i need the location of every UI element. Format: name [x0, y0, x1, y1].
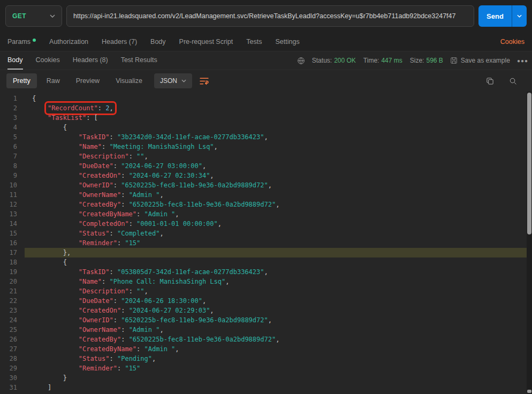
url-text: https://api-in21.leadsquared.com/v2/Lead… — [73, 12, 456, 20]
code-text: "TaskList": [ — [25, 113, 532, 123]
request-tab-params[interactable]: Params — [7, 38, 36, 46]
size-label: Size: — [410, 57, 424, 64]
search-icon[interactable] — [509, 77, 517, 85]
response-section: BodyCookiesHeaders (8)Test Results Statu… — [0, 51, 532, 394]
request-tab-headers-7[interactable]: Headers (7) — [102, 38, 137, 46]
save-as-example-label: Save as example — [461, 57, 510, 64]
code-line-29: 29 "Reminder": "15" — [0, 363, 532, 373]
line-number: 17 — [0, 248, 25, 257]
code-line-21: 21 "Description": "", — [0, 286, 532, 296]
network-icon — [297, 57, 305, 65]
scrollbar-thumb[interactable] — [527, 93, 531, 234]
request-tab-tests[interactable]: Tests — [246, 38, 262, 46]
code-line-9: 9 "CreatedOn": "2024-06-27 02:30:34", — [0, 171, 532, 180]
save-icon — [450, 57, 458, 64]
method-label: GET — [12, 12, 26, 20]
wrap-text-icon[interactable] — [200, 77, 209, 85]
line-number: 24 — [0, 315, 25, 325]
send-options-button[interactable] — [512, 5, 527, 27]
send-button[interactable]: Send — [478, 5, 512, 27]
line-number: 29 — [0, 363, 25, 373]
response-size: Size:596 B — [410, 57, 443, 64]
code-line-7: 7 "Description": "", — [0, 151, 532, 161]
line-number: 4 — [0, 123, 25, 132]
request-tab-authorization[interactable]: Authorization — [49, 38, 88, 46]
code-text: "CompletedOn": "0001-01-01 00:00:00", — [25, 219, 532, 229]
line-number: 9 — [0, 171, 25, 180]
scrollbar[interactable] — [527, 92, 532, 394]
code-text: "OwnerName": "Admin ", — [25, 325, 532, 335]
response-tab-cookies[interactable]: Cookies — [36, 51, 60, 70]
code-line-3: 3 "TaskList": [ — [0, 113, 532, 123]
code-line-15: 15 "Status": "Completed", — [0, 229, 532, 238]
code-text: "RecordCount": 2, — [25, 103, 532, 113]
code-line-10: 10 "OwnerID": "6520225b-fec8-11eb-9e36-0… — [0, 180, 532, 190]
line-number: 31 — [0, 383, 25, 392]
more-actions-icon[interactable]: ●●● — [517, 58, 528, 64]
code-text: "Description": "", — [25, 151, 532, 161]
format-dropdown[interactable]: JSON — [154, 73, 192, 88]
code-text: "Name": "Phone Call: ManishaSingh Lsq", — [25, 277, 532, 286]
code-text: }, — [25, 248, 532, 257]
line-number: 21 — [0, 286, 25, 296]
code-line-1: 1{ — [0, 94, 532, 103]
size-value: 596 B — [426, 57, 443, 64]
code-text: "CreatedBy": "6520225b-fec8-11eb-9e36-0a… — [25, 200, 532, 209]
code-text: "CreatedByName": "Admin ", — [25, 209, 532, 219]
response-tab-test-results[interactable]: Test Results — [121, 51, 157, 70]
line-number: 28 — [0, 354, 25, 363]
request-tabs-list: ParamsAuthorizationHeaders (7)BodyPre-re… — [7, 38, 300, 46]
code-text: "Description": "", — [25, 286, 532, 296]
time-label: Time: — [363, 57, 379, 64]
request-tab-settings[interactable]: Settings — [275, 38, 299, 46]
line-number: 20 — [0, 277, 25, 286]
viewer-tab-pretty[interactable]: Pretty — [6, 73, 37, 88]
response-tab-headers-8[interactable]: Headers (8) — [73, 51, 108, 70]
request-url-bar: GET https://api-in21.leadsquared.com/v2/… — [0, 0, 532, 32]
chevron-down-icon — [517, 14, 522, 18]
code-line-26: 26 "CreatedBy": "6520225b-fec8-11eb-9e36… — [0, 335, 532, 344]
line-number: 11 — [0, 190, 25, 200]
code-line-18: 18 { — [0, 257, 532, 267]
line-number: 25 — [0, 325, 25, 335]
code-text: "TaskID": "053805d7-342d-11ef-acae-0277d… — [25, 267, 532, 277]
method-dropdown[interactable]: GET — [5, 5, 62, 27]
code-line-6: 6 "Name": "Meeting: ManishaSingh Lsq", — [0, 142, 532, 151]
save-as-example-button[interactable]: Save as example — [450, 57, 510, 64]
url-input[interactable]: https://api-in21.leadsquared.com/v2/Lead… — [66, 5, 474, 27]
scrollbar-corner — [527, 390, 531, 393]
line-number: 6 — [0, 142, 25, 151]
response-tab-body[interactable]: Body — [7, 51, 23, 70]
request-tab-pre-request-script[interactable]: Pre-request Script — [179, 38, 233, 46]
line-number: 23 — [0, 306, 25, 315]
code-text: "TaskID": "3b2342d0-342d-11ef-acae-0277d… — [25, 132, 532, 142]
viewer-tab-preview[interactable]: Preview — [70, 73, 106, 88]
cookies-link[interactable]: Cookies — [500, 38, 525, 46]
chevron-down-icon — [181, 79, 186, 82]
code-line-19: 19 "TaskID": "053805d7-342d-11ef-acae-02… — [0, 267, 532, 277]
code-line-17: 17 }, — [0, 248, 532, 257]
viewer-tab-visualize[interactable]: Visualize — [109, 73, 149, 88]
request-tab-body[interactable]: Body — [150, 38, 166, 46]
code-line-5: 5 "TaskID": "3b2342d0-342d-11ef-acae-027… — [0, 132, 532, 142]
code-text: "CreatedBy": "6520225b-fec8-11eb-9e36-0a… — [25, 335, 532, 344]
code-line-28: 28 "Status": "Pending", — [0, 354, 532, 363]
viewer-tab-raw[interactable]: Raw — [40, 73, 66, 88]
status-label: Status: — [312, 57, 332, 64]
status-value: 200 OK — [334, 57, 356, 64]
code-line-14: 14 "CompletedOn": "0001-01-01 00:00:00", — [0, 219, 532, 229]
viewer-right-tools — [486, 77, 526, 85]
response-body-code: 1{2 "RecordCount": 2,3 "TaskList": [4 {5… — [0, 92, 532, 394]
code-text: "Reminder": "15" — [25, 238, 532, 248]
response-status: Status:200 OK — [312, 57, 356, 64]
code-line-27: 27 "CreatedByName": "Admin ", — [0, 344, 532, 354]
code-line-12: 12 "CreatedBy": "6520225b-fec8-11eb-9e36… — [0, 200, 532, 209]
line-number: 8 — [0, 161, 25, 171]
chevron-down-icon — [50, 14, 55, 18]
code-line-30: 30 } — [0, 373, 532, 383]
code-line-31: 31 ] — [0, 383, 532, 392]
code-text: { — [25, 257, 532, 267]
params-active-dot-icon — [33, 39, 36, 42]
copy-icon[interactable] — [486, 77, 494, 85]
code-line-22: 22 "DueDate": "2024-06-26 18:30:00", — [0, 296, 532, 306]
